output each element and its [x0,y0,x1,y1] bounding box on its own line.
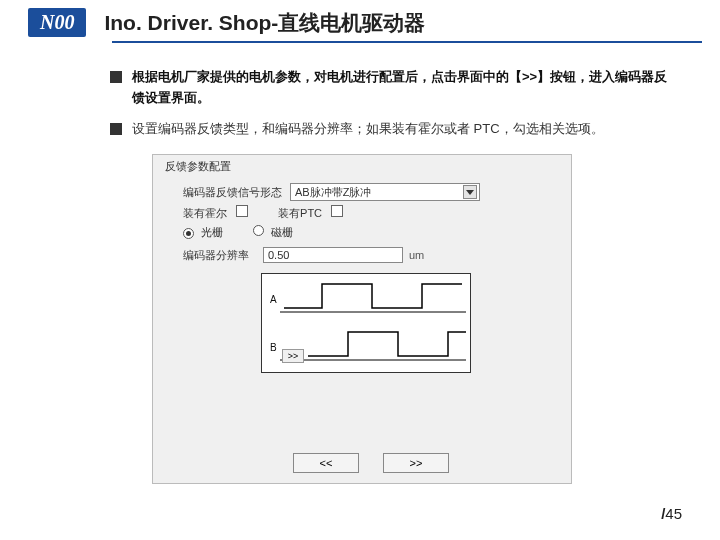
hall-label: 装有霍尔 [183,207,227,219]
bullet-square-icon [110,123,122,135]
bullet-text-1: 根据电机厂家提供的电机参数，对电机进行配置后，点击界面中的【>>】按钮，进入编码… [132,67,670,109]
next-button[interactable]: >> [383,453,449,473]
page-footer: /45 [661,505,682,522]
caret-down-icon [466,190,474,195]
page-number: 45 [665,505,682,522]
encoder-signal-diagram: A B >> [261,273,471,373]
optical-radio-label: 光栅 [201,226,223,238]
ptc-checkbox[interactable] [331,205,343,217]
resolution-input[interactable]: 0.50 [263,247,403,263]
bullet-text-2: 设置编码器反馈类型，和编码器分辨率；如果装有霍尔或者 PTC，勾选相关选项。 [132,119,604,140]
title-underline [112,41,702,43]
badge-n00: N00 [28,8,86,37]
group-label: 反馈参数配置 [165,159,231,174]
resolution-label: 编码器分辨率 [183,248,249,263]
feedback-config-dialog: 反馈参数配置 编码器反馈信号形态 AB脉冲带Z脉冲 装有霍尔 装有PTC 光栅 … [152,154,572,484]
bullet-square-icon [110,71,122,83]
feedback-type-combobox[interactable]: AB脉冲带Z脉冲 [290,183,480,201]
diagram-next-button[interactable]: >> [282,349,304,363]
feedback-type-value: AB脉冲带Z脉冲 [295,185,371,200]
dropdown-button[interactable] [463,185,477,199]
optical-radio[interactable] [183,228,194,239]
magnetic-radio[interactable] [253,225,264,236]
ptc-label: 装有PTC [278,207,322,219]
page-title: Ino. Driver. Shop-直线电机驱动器 [104,9,425,37]
resolution-unit: um [409,249,424,261]
magnetic-radio-label: 磁栅 [271,226,293,238]
prev-button[interactable]: << [293,453,359,473]
feedback-type-label: 编码器反馈信号形态 [183,185,282,200]
hall-checkbox[interactable] [236,205,248,217]
